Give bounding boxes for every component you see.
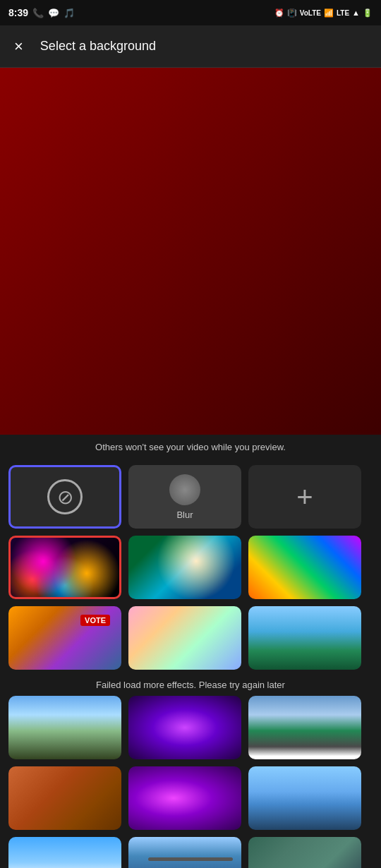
volte-icon: VoLTE [300,9,321,17]
status-left: 8:39 📞 💬 🎵 [8,7,75,18]
background-blur-button[interactable]: Blur [128,465,241,529]
background-vote-button[interactable]: VOTE [8,606,121,670]
close-button[interactable]: × [11,36,26,57]
vibrate-icon: 📳 [287,8,297,18]
status-right: ⏰ 📳 VoLTE 📶 LTE ▲ 🔋 [274,8,373,18]
vote-overlay: VOTE [80,615,110,626]
phone-icon: 📞 [32,8,44,18]
background-ocean-button[interactable] [128,837,241,868]
background-sky-button[interactable] [8,837,121,868]
background-flowers-button[interactable] [128,606,241,670]
wifi-icon: 📶 [324,8,334,18]
add-icon: + [296,481,313,513]
background-preview [0,68,381,435]
background-colorful-button[interactable] [248,536,361,599]
signal-icon: ▲ [352,8,360,17]
grid-row-3: VOTE [8,606,373,670]
preview-notice: Others won't see your video while you pr… [0,435,381,459]
alarm-icon: ⏰ [274,8,284,18]
grid-row-4 [8,696,373,759]
grid-row-5 [8,766,373,830]
blur-label: Blur [176,510,193,520]
background-plane-button[interactable] [248,766,361,830]
background-bokeh-button[interactable] [8,536,121,599]
background-mountains-button[interactable] [248,696,361,759]
grid-row-2 [8,536,373,599]
background-crowd-button[interactable] [128,696,241,759]
shazam-icon: 🎵 [64,8,75,18]
background-islands-button[interactable] [248,606,361,670]
background-nebula-button[interactable] [128,766,241,830]
page-title: Select a background [40,39,156,54]
background-room-button[interactable] [248,837,361,868]
background-canyon-button[interactable] [8,766,121,830]
background-add-button[interactable]: + [248,465,361,529]
grid-row-6 [8,837,373,868]
grid-row-1: ⊘ Blur + [8,465,373,529]
error-message: Failed load more effects. Please try aga… [8,677,373,696]
battery-icon: 🔋 [363,8,373,18]
status-bar: 8:39 📞 💬 🎵 ⏰ 📳 VoLTE 📶 LTE ▲ 🔋 [0,0,381,25]
background-landscape1-button[interactable] [8,696,121,759]
blur-avatar-icon [169,474,200,505]
background-abstract1-button[interactable] [128,536,241,599]
none-icon: ⊘ [47,479,83,514]
toolbar: × Select a background [0,25,381,68]
background-none-button[interactable]: ⊘ [8,465,121,529]
backgrounds-grid: ⊘ Blur + VOTE Failed load more effects. … [0,459,381,868]
lte-icon: LTE [337,9,349,17]
chat-icon: 💬 [48,8,59,18]
time-display: 8:39 [8,7,28,18]
bottom-nav-indicator [148,857,233,861]
